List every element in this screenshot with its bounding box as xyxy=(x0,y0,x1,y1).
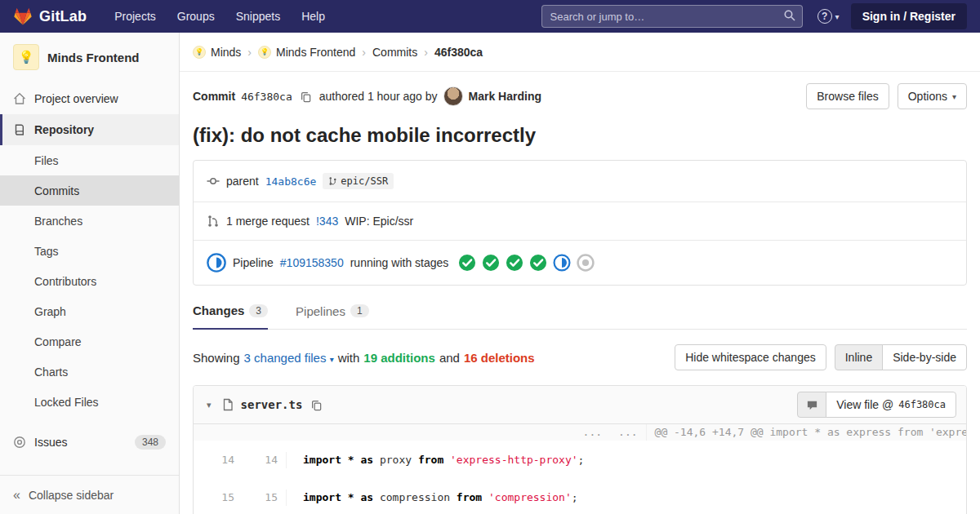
author-avatar[interactable] xyxy=(443,86,463,106)
commit-actions: Browse files Options ▾ xyxy=(806,83,967,109)
breadcrumb-label: Minds Frontend xyxy=(276,46,355,59)
old-line-number[interactable]: ... xyxy=(194,424,610,441)
group-avatar: 💡 xyxy=(193,46,206,59)
tab-label: Pipelines xyxy=(296,304,345,318)
breadcrumb-minds[interactable]: 💡 Minds xyxy=(193,46,241,59)
pipeline-stages xyxy=(458,254,595,272)
project-context[interactable]: 💡 Minds Frontend xyxy=(0,33,179,80)
breadcrumb-minds-frontend[interactable]: 💡 Minds Frontend xyxy=(258,46,355,59)
project-avatar: 💡 xyxy=(13,44,39,70)
sidebar-item-graph[interactable]: Graph xyxy=(0,296,179,326)
copy-commit-sha-icon[interactable] xyxy=(300,91,312,103)
sidebar-item-branches[interactable]: Branches xyxy=(0,206,179,236)
collapse-label: Collapse sidebar xyxy=(29,489,114,502)
issues-count-badge: 348 xyxy=(135,435,166,450)
sidebar-item-contributors[interactable]: Contributors xyxy=(0,266,179,296)
commit-label: Commit xyxy=(193,90,235,103)
diff-lines: ......@@ -14,6 +14,7 @@ import * as expr… xyxy=(194,424,967,514)
breadcrumb: 💡 Minds › 💡 Minds Frontend › Commits › 4… xyxy=(180,33,980,72)
sidebar-item-compare[interactable]: Compare xyxy=(0,326,179,357)
nav-item-projects[interactable]: Projects xyxy=(106,5,164,28)
diff-stats: Showing 3 changed files ▾ with 19 additi… xyxy=(193,351,535,365)
inline-view-button[interactable]: Inline xyxy=(835,344,883,370)
pipeline-id-link[interactable]: #109158350 xyxy=(280,256,344,269)
new-line-number[interactable]: 14 xyxy=(251,452,287,468)
pipeline-running-icon[interactable] xyxy=(207,253,226,273)
additions-count: 19 additions xyxy=(363,351,435,365)
ci-status-success-icon[interactable] xyxy=(506,254,523,272)
sidebar-item-repository[interactable]: Repository xyxy=(0,114,179,145)
view-file-button[interactable]: View file @ 46f380ca xyxy=(826,392,956,418)
sidebar-item-commits[interactable]: Commits xyxy=(0,175,179,206)
sidebar: 💡 Minds Frontend Project overview Reposi… xyxy=(0,33,180,514)
authored-text: authored 1 hour ago by xyxy=(319,90,438,103)
sign-in-button[interactable]: Sign in / Register xyxy=(851,3,967,29)
sidebar-item-locked-files[interactable]: Locked Files xyxy=(0,387,179,417)
breadcrumb-commits[interactable]: Commits xyxy=(372,46,417,59)
sidebar-item-label: Project overview xyxy=(34,92,118,105)
diff-file-actions: View file @ 46f380ca xyxy=(797,392,956,418)
parent-sha-link[interactable]: 14ab8c6e xyxy=(265,175,317,188)
search-box xyxy=(541,5,803,28)
tab-pipelines[interactable]: Pipelines 1 xyxy=(296,304,369,329)
hide-whitespace-button[interactable]: Hide whitespace changes xyxy=(675,344,826,370)
browse-files-button[interactable]: Browse files xyxy=(806,83,889,109)
sidebar-item-charts[interactable]: Charts xyxy=(0,357,179,387)
view-file-sha: 46f380ca xyxy=(898,399,946,410)
nav-item-help[interactable]: Help xyxy=(293,5,333,28)
side-by-side-view-button[interactable]: Side-by-side xyxy=(882,344,967,370)
toggle-comments-button[interactable] xyxy=(797,392,826,418)
mr-ref-link[interactable]: !343 xyxy=(316,215,338,228)
author-name[interactable]: Mark Harding xyxy=(469,90,541,103)
view-mode-toggle: Inline Side-by-side xyxy=(835,344,967,370)
nav-item-snippets[interactable]: Snippets xyxy=(228,5,288,28)
chevron-down-icon: ▾ xyxy=(835,12,840,21)
brand-name: GitLab xyxy=(39,8,87,25)
project-name: Minds Frontend xyxy=(47,51,140,64)
pipeline-row: Pipeline #109158350 running with stages xyxy=(194,240,966,285)
sidebar-item-tags[interactable]: Tags xyxy=(0,236,179,266)
old-line-number[interactable]: 15 xyxy=(207,490,243,506)
new-line-number[interactable]: 15 xyxy=(251,490,287,506)
commit-page: Commit 46f380ca authored 1 hour ago by M… xyxy=(180,72,980,514)
old-line-number[interactable]: 14 xyxy=(207,452,243,468)
tab-changes[interactable]: Changes 3 xyxy=(193,304,268,330)
changed-files-dropdown[interactable]: 3 changed files ▾ xyxy=(244,351,334,365)
collapse-sidebar-button[interactable]: « Collapse sidebar xyxy=(0,475,179,514)
search-input[interactable] xyxy=(541,5,803,28)
branch-badge[interactable]: epic/SSR xyxy=(323,173,394,189)
options-dropdown-button[interactable]: Options ▾ xyxy=(898,83,967,109)
file-icon xyxy=(221,398,234,411)
search-icon[interactable] xyxy=(783,9,796,25)
top-navbar: GitLab ProjectsGroupsSnippetsHelp ? ▾ Si… xyxy=(0,0,980,33)
gitlab-logo[interactable]: GitLab xyxy=(13,7,87,26)
side-by-side-label: Side-by-side xyxy=(893,351,956,364)
ci-status-running-icon[interactable] xyxy=(553,254,571,272)
ci-status-success-icon[interactable] xyxy=(482,254,500,272)
home-icon xyxy=(13,92,26,105)
new-line-number[interactable]: ... xyxy=(610,424,646,441)
and-text: and xyxy=(439,351,460,365)
diff-file-name[interactable]: server.ts xyxy=(241,398,303,411)
copy-file-path-icon[interactable] xyxy=(310,399,323,411)
ci-status-success-icon[interactable] xyxy=(529,254,547,272)
sidebar-item-project-overview[interactable]: Project overview xyxy=(0,83,179,114)
sidebar-item-issues[interactable]: Issues 348 xyxy=(0,427,179,458)
inline-label: Inline xyxy=(845,351,872,364)
tab-count-badge: 1 xyxy=(350,304,369,317)
help-menu[interactable]: ? ▾ xyxy=(817,9,840,24)
diff-file-header: ▾ server.ts xyxy=(194,386,966,424)
breadcrumb-label: 46f380ca xyxy=(434,46,483,59)
commit-title: (fix): do not cache mobile incorrectly xyxy=(193,124,967,147)
tanuki-icon xyxy=(13,7,33,26)
mr-title: WIP: Epic/ssr xyxy=(345,215,413,228)
ci-status-success-icon[interactable] xyxy=(458,254,476,272)
nav-item-groups[interactable]: Groups xyxy=(169,5,223,28)
branch-name: epic/SSR xyxy=(341,175,388,187)
ci-status-created-icon[interactable] xyxy=(577,254,595,272)
sidebar-item-files[interactable]: Files xyxy=(0,145,179,175)
collapse-diff-icon[interactable]: ▾ xyxy=(203,400,215,410)
breadcrumb-separator: › xyxy=(362,46,366,59)
parent-row: parent 14ab8c6e epic/SSR xyxy=(194,161,966,202)
pipeline-status-text: running with stages xyxy=(350,256,449,269)
